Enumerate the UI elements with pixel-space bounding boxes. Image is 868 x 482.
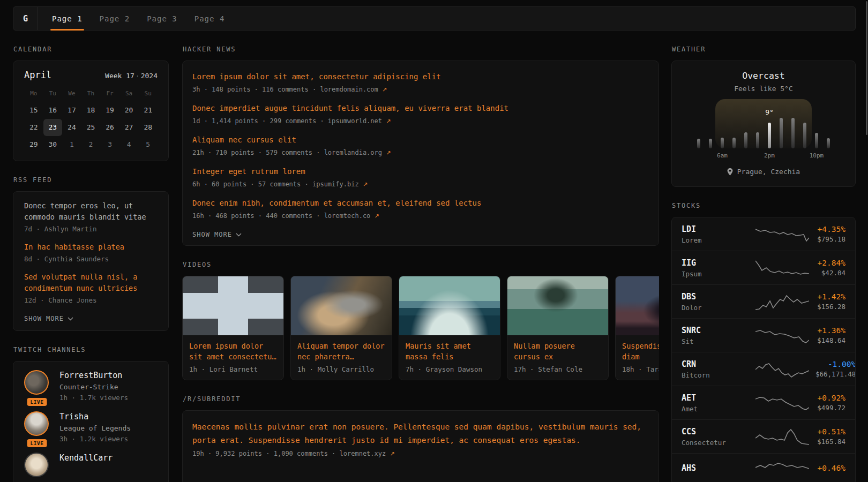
calendar-day-name: Tu [43,88,63,102]
rss-show-more-button[interactable]: SHOW MORE [24,315,73,322]
video-thumbnail [291,276,392,335]
calendar-day[interactable]: 30 [43,136,63,153]
story-title[interactable]: Donec enim nibh, condimentum et accumsan… [192,197,649,209]
calendar-day[interactable]: 2 [81,136,101,153]
calendar-day[interactable]: 20 [119,102,139,119]
video-card[interactable]: Suspendisse diam 18h · Tara [615,276,659,380]
story-title[interactable]: Integer eget rutrum lorem [192,165,649,177]
calendar-day-name: Mo [24,88,43,102]
story-meta: 16h · 468 points · 440 comments · loremt… [192,211,649,221]
stock-change: +0.51% [815,427,845,436]
external-link-icon: ↗ [375,213,379,220]
calendar-section-header: CALENDAR [13,46,168,53]
rss-item: Donec tempor eros leo, ut commodo mauris… [24,200,158,234]
weather-temp-bar [768,123,771,148]
hackernews-section-header: HACKER NEWS [183,46,659,53]
calendar-month: April [24,70,51,80]
weather-feels-like: Feels like 5°C [680,85,847,93]
tab-label: Page 2 [100,14,130,23]
rss-item-title[interactable]: Donec tempor eros leo, ut commodo mauris… [24,200,158,223]
video-meta: 1h · Molly Carrillo [297,365,385,373]
calendar-day[interactable]: 29 [24,136,43,153]
tab-page-1[interactable]: Page 1 [43,7,91,30]
subreddit-widget: Maecenas mollis pulvinar erat non posuer… [182,410,659,482]
calendar-day[interactable]: 22 [24,119,43,136]
twitch-channel-row[interactable]: LIVE ForrestBurton Counter-Strike 1h · 1… [24,370,158,403]
calendar-day[interactable]: 21 [138,102,158,119]
weather-temp-bar [827,138,830,148]
twitch-channels-widget: LIVE ForrestBurton Counter-Strike 1h · 1… [13,361,169,482]
left-column: CALENDAR April Week 17·2024 MoTuWeThFrSa… [13,37,169,482]
hackernews-item: Lorem ipsum dolor sit amet, consectetur … [192,71,649,95]
rss-item-title[interactable]: Sed volutpat nulla nisl, a condimentum n… [24,272,158,294]
calendar-day[interactable]: 25 [81,119,101,136]
tab-page-4[interactable]: Page 4 [186,7,234,30]
dashboard-page: G Page 1 Page 2 Page 3 Page 4 CALENDAR A… [0,0,868,482]
calendar-day[interactable]: 16 [43,102,63,119]
calendar-day[interactable]: 19 [100,102,119,119]
story-title[interactable]: Lorem ipsum dolor sit amet, consectetur … [192,71,649,82]
stock-name: Sit [682,337,755,345]
calendar-day[interactable]: 3 [100,136,119,153]
tab-page-3[interactable]: Page 3 [138,7,186,30]
twitch-channel-row[interactable]: LIVE Trisha League of Legends 3h · 1.2k … [24,411,158,444]
calendar-day-selected[interactable]: 23 [43,119,63,136]
video-card[interactable]: Lorem ipsum dolor sit amet consectetu… 1… [182,276,284,380]
video-thumbnail [183,276,283,335]
weather-temp-bar [732,138,736,148]
calendar-day[interactable]: 18 [81,102,101,119]
story-title[interactable]: Aliquam nec cursus elit [192,134,649,146]
hackernews-item: Aliquam nec cursus elit 21h · 710 points… [192,134,649,158]
video-card[interactable]: Aliquam tempor dolor nec pharetra… 1h · … [290,276,392,380]
channel-game: Counter-Strike [59,382,128,392]
video-card[interactable]: Mauris sit amet massa felis 7h · Grayson… [399,276,500,380]
weather-condition: Overcast [680,71,847,81]
hackernews-show-more-button[interactable]: SHOW MORE [192,231,242,238]
calendar-header: April Week 17·2024 [24,70,158,80]
stock-row: DBSDolor +1.42%$156.28 [672,285,855,319]
page-scrollbar [864,0,868,482]
video-card[interactable]: Nullam posuere cursus ex 17h · Stefan Co… [507,276,609,380]
scrollbar-thumb[interactable] [866,1,867,135]
channel-meta: 1h · 1.7k viewers [59,393,128,403]
stock-sparkline [755,460,809,478]
rss-item-meta: 7d · Ashlyn Martin [24,224,158,234]
stock-price: $795.18 [815,235,845,243]
calendar-day-name: Sa [119,88,139,102]
calendar-day[interactable]: 24 [62,119,81,136]
calendar-day[interactable]: 4 [119,136,139,153]
calendar-day[interactable]: 27 [119,119,139,136]
weather-widget: Overcast Feels like 5°C 6am9°2pm10pm Pra… [671,61,856,187]
hackernews-item: Integer eget rutrum lorem 6h · 60 points… [192,165,649,190]
avatar [24,411,49,436]
weather-temp-label: 9° [765,108,774,116]
weather-temp-bar [756,132,759,148]
calendar-day[interactable]: 28 [138,119,158,136]
stock-change: +0.92% [815,394,845,402]
calendar-day[interactable]: 26 [100,119,119,136]
stock-symbol: CCS [682,426,755,437]
channel-info: Trisha League of Legends 3h · 1.2k viewe… [59,411,131,444]
channel-name: ForrestBurton [59,370,128,381]
weather-temp-bar [721,138,724,148]
weather-bar-slot [822,99,834,148]
twitch-channel-row[interactable]: KendallCarr [24,453,158,477]
story-title[interactable]: Donec imperdiet augue tincidunt felis al… [192,102,649,114]
stock-sparkline [755,427,809,446]
stock-name: Amet [682,405,755,413]
tab-page-2[interactable]: Page 2 [91,7,139,30]
stock-row: CRNBitcorn -1.00%$66,171.48 [672,352,855,386]
calendar-day[interactable]: 5 [138,136,158,153]
stock-row: LDILorem +4.35%$795.18 [672,217,855,251]
weather-bar-slot [728,99,740,148]
calendar-day[interactable]: 17 [62,102,81,119]
rss-item-title[interactable]: In hac habitasse platea [24,242,158,253]
stock-price: $165.84 [815,438,845,446]
app-logo[interactable]: G [13,7,38,30]
calendar-day[interactable]: 1 [62,136,81,153]
calendar-widget: April Week 17·2024 MoTuWeThFrSaSu1516171… [13,61,169,161]
channel-name: KendallCarr [59,453,113,463]
post-title[interactable]: Maecenas mollis pulvinar erat non posuer… [192,420,649,447]
calendar-day[interactable]: 15 [24,102,43,119]
rss-item-meta: 12d · Chance Jones [24,295,158,305]
